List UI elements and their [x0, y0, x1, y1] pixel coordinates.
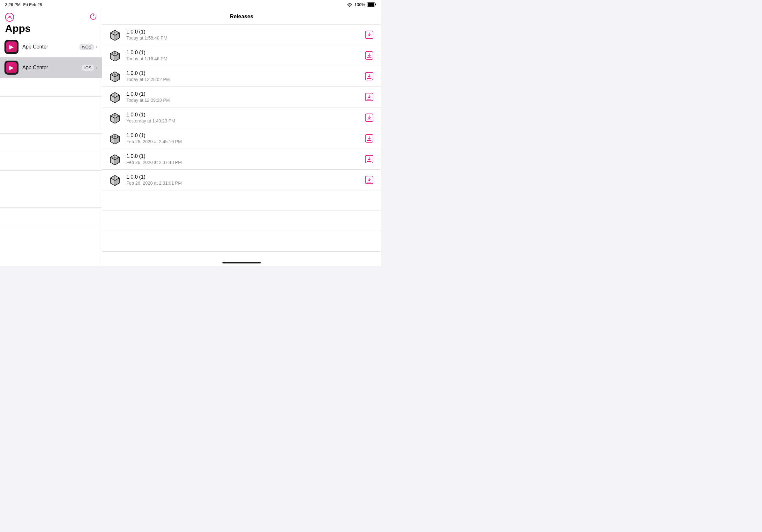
release-timestamp: Today at 1:16:46 PM [126, 56, 359, 61]
sidebar-header: Apps [0, 9, 102, 37]
release-item: 1.0.0 (1) Today at 12:09:28 PM [102, 87, 381, 107]
release-version: 1.0.0 (1) [126, 112, 359, 118]
release-item: 1.0.0 (1) Today at 1:16:46 PM [102, 45, 381, 66]
status-bar: 3:26 PM Fri Feb 28 100% [0, 0, 381, 9]
sidebar-item-appcenter-ios[interactable]: ▶ App Center iOS › [0, 57, 102, 78]
app-icon-ios: ▶ [4, 61, 19, 75]
download-button[interactable] [364, 92, 375, 102]
release-item: 1.0.0 (1) Feb 26, 2020 at 2:37:48 PM [102, 149, 381, 170]
release-timestamp: Feb 26, 2020 at 2:45:16 PM [126, 139, 359, 144]
sidebar-empty-row [0, 189, 102, 208]
download-button[interactable] [364, 50, 375, 61]
time: 3:26 PM [5, 2, 21, 7]
app-list: ▶ App Center tvOS › ▶ [0, 37, 102, 266]
release-version: 1.0.0 (1) [126, 133, 359, 138]
platform-badge-tvos: tvOS [79, 44, 94, 50]
empty-release-row [102, 190, 381, 211]
empty-release-row [102, 231, 381, 252]
release-package-icon [109, 70, 121, 83]
release-timestamp: Yesterday at 1:40:23 PM [126, 118, 359, 123]
svg-rect-2 [368, 3, 374, 6]
download-button[interactable] [364, 71, 375, 82]
release-version: 1.0.0 (1) [126, 154, 359, 159]
chevron-right-icon: › [96, 44, 97, 49]
sidebar-title: Apps [5, 23, 97, 34]
release-item: 1.0.0 (1) Today at 12:28:02 PM [102, 66, 381, 87]
release-version: 1.0.0 (1) [126, 91, 359, 97]
home-bar [222, 262, 261, 263]
sidebar-empty-row [0, 115, 102, 134]
svg-rect-1 [375, 4, 376, 5]
release-item: 1.0.0 (1) Feb 26, 2020 at 2:45:16 PM [102, 128, 381, 149]
release-package-icon [109, 49, 121, 62]
release-item: 1.0.0 (1) Today at 1:58:40 PM [102, 25, 381, 45]
app-icon-tvos: ▶ [4, 40, 19, 54]
app-name-tvos: App Center [22, 44, 76, 50]
platform-badge-ios: iOS [82, 65, 94, 71]
sidebar-empty-row [0, 97, 102, 115]
sidebar-empty-row [0, 152, 102, 170]
release-version: 1.0.0 (1) [126, 29, 359, 35]
release-timestamp: Feb 26, 2020 at 2:37:48 PM [126, 160, 359, 165]
release-version: 1.0.0 (1) [126, 174, 359, 180]
battery-icon [367, 2, 376, 7]
download-button[interactable] [364, 112, 375, 123]
main-content: Releases 1.0.0 (1) Today at 1:58:40 PM [102, 9, 381, 266]
sidebar-empty-row [0, 208, 102, 226]
release-package-icon [109, 111, 121, 124]
release-package-icon [109, 173, 121, 186]
release-package-icon [109, 29, 121, 41]
wifi-icon [347, 2, 352, 7]
release-timestamp: Today at 12:09:28 PM [126, 98, 359, 103]
release-version: 1.0.0 (1) [126, 71, 359, 76]
home-indicator [102, 260, 381, 266]
release-timestamp: Today at 12:28:02 PM [126, 77, 359, 82]
release-timestamp: Today at 1:58:40 PM [126, 35, 359, 40]
release-package-icon [109, 91, 121, 103]
empty-release-row [102, 252, 381, 260]
download-button[interactable] [364, 29, 375, 40]
sidebar-empty-row [0, 134, 102, 152]
refresh-icon[interactable] [89, 13, 97, 21]
release-item: 1.0.0 (1) Feb 26, 2020 at 2:31:01 PM [102, 170, 381, 190]
release-timestamp: Feb 26, 2020 at 2:31:01 PM [126, 180, 359, 186]
download-button[interactable] [364, 174, 375, 185]
sidebar: Apps ▶ App Center tvOS › [0, 9, 102, 266]
releases-header: Releases [102, 9, 381, 25]
sidebar-empty-row [0, 170, 102, 189]
app-layout: Apps ▶ App Center tvOS › [0, 9, 381, 266]
releases-list: 1.0.0 (1) Today at 1:58:40 PM 1.0.0 ( [102, 25, 381, 260]
sidebar-empty-row [0, 78, 102, 97]
release-package-icon [109, 153, 121, 166]
app-name-ios: App Center [22, 65, 78, 71]
download-button[interactable] [364, 133, 375, 144]
release-version: 1.0.0 (1) [126, 50, 359, 55]
release-package-icon [109, 132, 121, 145]
download-button[interactable] [364, 154, 375, 165]
battery-percentage: 100% [354, 2, 365, 7]
empty-release-row [102, 211, 381, 231]
profile-icon[interactable] [5, 13, 14, 22]
chevron-right-icon-2: › [96, 65, 97, 70]
release-item: 1.0.0 (1) Yesterday at 1:40:23 PM [102, 107, 381, 128]
date: Fri Feb 28 [23, 2, 42, 7]
sidebar-item-appcenter-tvos[interactable]: ▶ App Center tvOS › [0, 37, 102, 57]
